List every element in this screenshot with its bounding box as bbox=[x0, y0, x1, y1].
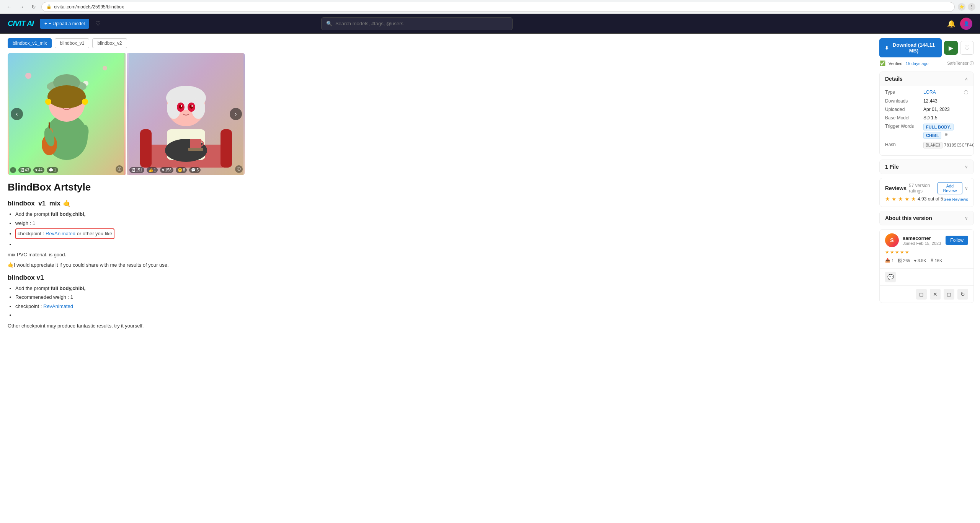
header: CIVIT AI + + Upload a model ♡ 🔍 🔔 👤 bbox=[0, 14, 980, 34]
svg-point-35 bbox=[189, 105, 193, 109]
v1-revanimated-link[interactable]: RevAnimated bbox=[43, 303, 73, 309]
stat-thumbs-2: 👍1 bbox=[147, 167, 158, 173]
author-name[interactable]: samecorner bbox=[903, 235, 942, 241]
image-2-stats: 🖼151 👍1 ♥158 😊8 💬5 bbox=[129, 167, 201, 173]
reviews-title: Reviews bbox=[885, 185, 906, 191]
browser-bar: ← → ↻ 🔒 civitai.com/models/25995/blindbo… bbox=[0, 0, 980, 14]
browser-icon-1[interactable]: ⭐ bbox=[958, 3, 965, 11]
gallery-icon-1[interactable]: ◻ bbox=[916, 289, 927, 300]
avatar[interactable]: 👤 bbox=[960, 18, 972, 30]
gallery-icon-4[interactable]: ↻ bbox=[957, 289, 968, 300]
image-1-info-button[interactable]: ⓘ bbox=[116, 165, 123, 173]
trigger-copy-icon[interactable]: ⊕ bbox=[944, 132, 948, 139]
gallery-next-button[interactable]: › bbox=[230, 108, 242, 120]
notifications-button[interactable]: 🔔 bbox=[947, 20, 956, 28]
about-chevron-icon: ∨ bbox=[965, 215, 968, 221]
gallery-prev-button[interactable]: ‹ bbox=[11, 108, 23, 120]
favorite-button[interactable]: ♡ bbox=[960, 41, 974, 55]
main-content: blindbox_v1_mix blindbox_v1 blindbox_v2 bbox=[0, 34, 873, 339]
uploaded-row: Uploaded Apr 01, 2023 bbox=[885, 107, 968, 112]
trigger-row: Trigger Words FULL BODY, CHIBI, ⊕ bbox=[885, 124, 968, 139]
files-title: 1 File bbox=[885, 164, 899, 170]
url-bar[interactable]: 🔒 civitai.com/models/25995/blindbox bbox=[41, 2, 955, 12]
uploaded-value: Apr 01, 2023 bbox=[923, 107, 968, 112]
stat-img-2: 🖼151 bbox=[129, 167, 144, 173]
svg-rect-25 bbox=[220, 129, 232, 168]
star-2: ★ bbox=[892, 196, 897, 202]
hash-value: 78195C5CFF4C6... bbox=[944, 143, 974, 148]
gallery-image-1: + 🖼43 ♥44 💬1 ⓘ bbox=[8, 53, 126, 175]
verified-time[interactable]: 15 days ago bbox=[906, 61, 929, 66]
url-text: civitai.com/models/25995/blindbox bbox=[54, 4, 950, 10]
download-label: Download (144.11 MB) bbox=[891, 42, 936, 54]
svg-point-14 bbox=[47, 85, 86, 108]
refresh-button[interactable]: ↻ bbox=[29, 2, 38, 11]
search-input[interactable] bbox=[335, 21, 508, 26]
search-icon: 🔍 bbox=[326, 21, 332, 26]
revanimated-link[interactable]: RevAnimated bbox=[46, 231, 75, 236]
details-body: Type LORA ⓘ Downloads 12,443 Uploaded Ap… bbox=[880, 86, 973, 155]
models-icon: 📥 bbox=[885, 258, 890, 263]
trigger-badge-0[interactable]: FULL BODY, bbox=[923, 124, 954, 130]
version-mix-list: Add the prompt full body,chibi, weigh : … bbox=[8, 210, 865, 248]
base-model-row: Base Model SD 1.5 bbox=[885, 115, 968, 121]
version-tab-0[interactable]: blindbox_v1_mix bbox=[8, 38, 52, 48]
forward-button[interactable]: → bbox=[17, 2, 26, 11]
downloads-row: Downloads 12,443 bbox=[885, 98, 968, 104]
header-heart-button[interactable]: ♡ bbox=[95, 20, 101, 27]
mix-desc-1: mix PVC material, is good. bbox=[8, 251, 865, 259]
see-reviews-link[interactable]: See Reviews bbox=[944, 197, 968, 202]
stat-comments-1: 💬1 bbox=[47, 167, 58, 173]
share-twitter-button[interactable]: 💬 bbox=[885, 272, 896, 282]
model-title: BlindBox Artstyle bbox=[8, 181, 865, 193]
hash-type: BLAKE3 bbox=[923, 142, 942, 148]
gallery-icon-2[interactable]: ✕ bbox=[930, 289, 941, 300]
logo[interactable]: CIVIT AI bbox=[8, 19, 34, 28]
upload-model-button[interactable]: + + Upload a model bbox=[40, 19, 89, 29]
trigger-label: Trigger Words bbox=[885, 124, 923, 129]
stat-hearts-2: ♥158 bbox=[160, 167, 173, 173]
downloads-value: 12,443 bbox=[923, 98, 968, 104]
about-version-header[interactable]: About this version ∨ bbox=[880, 211, 973, 225]
likes-count: 3.9K bbox=[918, 258, 926, 263]
reviews-section: Reviews 57 version ratings Add Review ∨ … bbox=[879, 178, 974, 207]
reviews-chevron-icon: ∨ bbox=[965, 186, 968, 191]
v1-list-item-4 bbox=[15, 311, 865, 319]
image-2-info-button[interactable]: ⓘ bbox=[235, 165, 243, 173]
add-review-button[interactable]: Add Review bbox=[938, 182, 962, 194]
details-chevron-icon: ∧ bbox=[965, 76, 968, 81]
stat-add[interactable]: + bbox=[10, 167, 16, 173]
version-tabs: blindbox_v1_mix blindbox_v1 blindbox_v2 bbox=[8, 38, 865, 48]
about-version-section: About this version ∨ bbox=[879, 211, 974, 225]
type-info-icon[interactable]: ⓘ bbox=[964, 90, 968, 95]
version-tab-1[interactable]: blindbox_v1 bbox=[55, 38, 89, 48]
follow-button[interactable]: Follow bbox=[946, 236, 968, 245]
header-right: 🔔 👤 bbox=[947, 18, 972, 30]
hash-value-row: BLAKE3 78195C5CFF4C6... › bbox=[923, 142, 974, 148]
verified-check-icon: ✅ bbox=[879, 60, 885, 66]
author-downloads-count: 16K bbox=[935, 258, 942, 263]
trigger-badges: FULL BODY, CHIBI, ⊕ bbox=[923, 124, 968, 139]
trigger-badge-1[interactable]: CHIBI, bbox=[923, 132, 941, 139]
upload-plus-icon: + bbox=[44, 21, 47, 26]
author-avatar[interactable]: S bbox=[885, 233, 899, 247]
author-info: samecorner Joined Feb 15, 2023 bbox=[903, 235, 942, 246]
author-star-5: ★ bbox=[905, 249, 909, 255]
gallery-icon-3[interactable]: ◻ bbox=[944, 289, 954, 300]
list-item-3: checkpoint : RevAnimated or other you li… bbox=[15, 228, 865, 239]
search-bar[interactable]: 🔍 bbox=[321, 17, 513, 30]
files-header[interactable]: 1 File ∨ bbox=[880, 160, 973, 174]
author-stat-likes: ♥ 3.9K bbox=[914, 258, 926, 263]
play-button[interactable]: ▶ bbox=[944, 41, 958, 55]
back-button[interactable]: ← bbox=[5, 2, 14, 11]
download-button[interactable]: ⬇ Download (144.11 MB) bbox=[879, 38, 942, 57]
star-4: ★ bbox=[905, 196, 910, 202]
svg-rect-39 bbox=[188, 148, 203, 151]
author-stat-images: 🖼 265 bbox=[898, 258, 910, 263]
svg-rect-24 bbox=[140, 129, 152, 168]
details-header[interactable]: Details ∧ bbox=[880, 72, 973, 86]
browser-icon-2[interactable]: ⋮ bbox=[968, 3, 975, 11]
version-tab-2[interactable]: blindbox_v2 bbox=[92, 38, 127, 48]
download-section: ⬇ Download (144.11 MB) ▶ ♡ bbox=[879, 38, 974, 57]
svg-point-20 bbox=[45, 99, 51, 105]
